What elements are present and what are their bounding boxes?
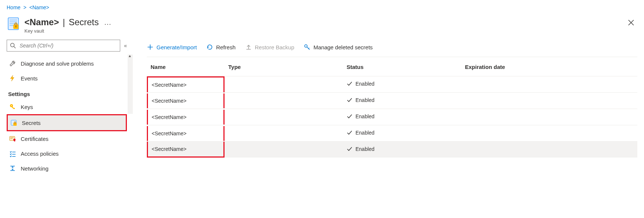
secret-type bbox=[225, 125, 343, 142]
sidebar-item-label: Networking bbox=[21, 165, 48, 172]
close-button[interactable] bbox=[625, 17, 637, 30]
secrets-icon bbox=[10, 119, 17, 126]
wrench-icon bbox=[9, 60, 16, 67]
command-bar: Generate/Import Refresh Restore Backup M… bbox=[147, 40, 637, 54]
sidebar-section-settings: Settings bbox=[8, 91, 127, 97]
sidebar-item-label: Events bbox=[21, 75, 38, 82]
secret-expiration bbox=[461, 142, 637, 158]
check-icon bbox=[347, 97, 353, 103]
check-icon bbox=[347, 146, 353, 152]
sidebar-item-diagnose[interactable]: Diagnose and solve problems bbox=[7, 56, 127, 71]
page-header: <Name> | Secrets … Key vault bbox=[7, 17, 637, 34]
page-subtitle: Key vault bbox=[24, 28, 112, 34]
manage-deleted-button[interactable]: Manage deleted secrets bbox=[304, 44, 372, 50]
sidebar-item-label: Certificates bbox=[21, 136, 48, 142]
secrets-table: Name Type Status Expiration date <Secret… bbox=[147, 64, 637, 158]
svg-rect-13 bbox=[14, 108, 15, 109]
scrollbar[interactable]: ▲ bbox=[128, 54, 133, 114]
secret-expiration bbox=[461, 93, 637, 109]
list-check-icon bbox=[9, 150, 16, 157]
svg-point-24 bbox=[305, 45, 307, 47]
cmd-label: Generate/Import bbox=[156, 44, 197, 50]
breadcrumb-name[interactable]: <Name> bbox=[29, 4, 49, 10]
sidebar: « ▲ Diagnose and solve problems Events bbox=[7, 40, 127, 176]
svg-point-11 bbox=[11, 105, 12, 106]
check-icon bbox=[347, 130, 353, 136]
keyvault-icon bbox=[7, 17, 20, 30]
secret-expiration bbox=[461, 76, 637, 93]
secret-type bbox=[225, 142, 343, 158]
status-cell: Enabled bbox=[347, 130, 374, 136]
table-row[interactable]: <SecretName> Enabled bbox=[147, 142, 637, 158]
page-title-name: <Name> bbox=[24, 17, 59, 27]
status-cell: Enabled bbox=[347, 97, 374, 103]
secret-type bbox=[225, 109, 343, 125]
breadcrumb-sep: > bbox=[23, 4, 26, 10]
check-icon bbox=[347, 81, 353, 87]
status-cell: Enabled bbox=[347, 81, 374, 87]
collapse-sidebar-button[interactable]: « bbox=[124, 43, 127, 49]
search-input[interactable] bbox=[19, 42, 117, 49]
sidebar-item-events[interactable]: Events bbox=[7, 71, 127, 86]
plus-icon bbox=[147, 44, 154, 50]
key-manage-icon bbox=[304, 44, 310, 50]
table-row[interactable]: <SecretName> Enabled bbox=[147, 125, 637, 142]
col-status[interactable]: Status bbox=[343, 64, 461, 76]
more-actions-button[interactable]: … bbox=[104, 18, 112, 27]
svg-line-9 bbox=[14, 47, 16, 49]
cmd-label: Restore Backup bbox=[255, 44, 294, 50]
sidebar-item-secrets[interactable]: Secrets bbox=[8, 115, 126, 130]
svg-point-8 bbox=[11, 43, 14, 47]
secret-name[interactable]: <SecretName> bbox=[147, 76, 225, 92]
restore-backup-button: Restore Backup bbox=[245, 44, 294, 50]
lightning-icon bbox=[9, 75, 16, 82]
scroll-up-arrow[interactable]: ▲ bbox=[128, 54, 132, 58]
search-box[interactable] bbox=[7, 40, 120, 52]
certificate-icon bbox=[9, 135, 16, 142]
col-name[interactable]: Name bbox=[147, 64, 225, 76]
secret-type bbox=[225, 76, 343, 93]
cmd-label: Manage deleted secrets bbox=[313, 44, 372, 50]
network-icon bbox=[9, 165, 16, 172]
secret-type bbox=[225, 93, 343, 109]
secret-name[interactable]: <SecretName> bbox=[147, 110, 225, 125]
refresh-icon bbox=[206, 44, 213, 50]
secret-expiration bbox=[461, 125, 637, 142]
page-title-page: Secrets bbox=[69, 17, 99, 27]
breadcrumb: Home > <Name> bbox=[7, 4, 637, 10]
col-type[interactable]: Type bbox=[225, 64, 343, 76]
table-row[interactable]: <SecretName> Enabled bbox=[147, 109, 637, 125]
sidebar-item-keys[interactable]: Keys bbox=[7, 99, 127, 114]
col-expiration[interactable]: Expiration date bbox=[461, 64, 637, 76]
sidebar-item-label: Keys bbox=[21, 104, 33, 110]
search-icon bbox=[10, 43, 16, 49]
status-cell: Enabled bbox=[347, 113, 374, 119]
sidebar-item-networking[interactable]: Networking bbox=[7, 161, 127, 176]
sidebar-item-label: Access policies bbox=[21, 151, 59, 157]
sidebar-item-label: Secrets bbox=[22, 120, 41, 126]
table-row[interactable]: <SecretName> Enabled bbox=[147, 76, 637, 93]
refresh-button[interactable]: Refresh bbox=[206, 44, 236, 50]
svg-point-7 bbox=[16, 26, 17, 27]
sidebar-item-certificates[interactable]: Certificates bbox=[7, 131, 127, 146]
secret-name[interactable]: <SecretName> bbox=[147, 93, 225, 108]
generate-import-button[interactable]: Generate/Import bbox=[147, 44, 197, 50]
table-row[interactable]: <SecretName> Enabled bbox=[147, 93, 637, 109]
cmd-label: Refresh bbox=[216, 44, 236, 50]
toolbar-divider bbox=[147, 57, 637, 57]
upload-icon bbox=[245, 44, 252, 50]
secret-name[interactable]: <SecretName> bbox=[147, 126, 225, 141]
breadcrumb-home[interactable]: Home bbox=[7, 4, 20, 10]
secret-name[interactable]: <SecretName> bbox=[147, 142, 225, 158]
status-cell: Enabled bbox=[347, 146, 374, 152]
svg-rect-12 bbox=[11, 106, 14, 109]
title-separator: | bbox=[63, 17, 65, 27]
sidebar-item-label: Diagnose and solve problems bbox=[21, 60, 94, 67]
main-content: Generate/Import Refresh Restore Backup M… bbox=[147, 40, 637, 176]
sidebar-item-access-policies[interactable]: Access policies bbox=[7, 146, 127, 161]
secret-expiration bbox=[461, 109, 637, 125]
check-icon bbox=[347, 113, 353, 119]
key-icon bbox=[9, 103, 16, 110]
